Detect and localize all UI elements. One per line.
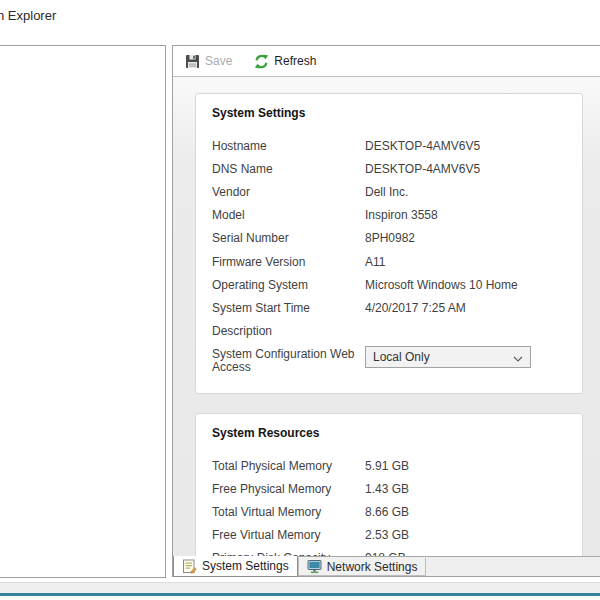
field-value: 8.66 GB: [365, 505, 409, 519]
settings-row: Firmware Version A11: [212, 250, 566, 273]
web-access-dropdown[interactable]: Local Only: [365, 346, 531, 368]
settings-row: Model Inspiron 3558: [212, 204, 566, 227]
network-monitor-icon: [307, 559, 322, 574]
settings-row: Vendor Dell Inc.: [212, 180, 566, 203]
settings-row: Operating System Microsoft Windows 10 Ho…: [212, 273, 566, 296]
tab-network-settings[interactable]: Network Settings: [298, 558, 427, 576]
main-panel: Save Refresh System Settings Hostname: [172, 45, 600, 577]
field-value: 4/20/2017 7:25 AM: [365, 301, 466, 315]
save-button-label: Save: [205, 54, 232, 68]
save-button[interactable]: Save: [181, 51, 236, 72]
dropdown-selected-value: Local Only: [373, 350, 430, 364]
field-label: Free Virtual Memory: [212, 528, 365, 542]
tab-label: System Settings: [202, 559, 289, 573]
field-label: Model: [212, 208, 365, 222]
resource-row: Free Virtual Memory 2.53 GB: [212, 524, 566, 547]
field-value: 5.91 GB: [365, 459, 409, 473]
bottom-tab-strip: System Settings Network Settings: [173, 556, 600, 576]
field-value: 8PH0982: [365, 231, 415, 245]
refresh-button[interactable]: Refresh: [250, 51, 320, 72]
field-label: Description: [212, 324, 365, 338]
field-label: Hostname: [212, 139, 365, 153]
field-label: Total Physical Memory: [212, 459, 365, 473]
group-title: System Settings: [196, 94, 582, 120]
form-icon: [182, 559, 197, 574]
settings-row: Serial Number 8PH0982: [212, 227, 566, 250]
field-value: DESKTOP-4AMV6V5: [365, 162, 480, 176]
system-settings-group: System Settings Hostname DESKTOP-4AMV6V5…: [195, 93, 583, 394]
settings-row: DNS Name DESKTOP-4AMV6V5: [212, 157, 566, 180]
field-label: Vendor: [212, 185, 365, 199]
resource-row: Free Physical Memory 1.43 GB: [212, 477, 566, 500]
field-value: Inspiron 3558: [365, 208, 438, 222]
settings-row: System Start Time 4/20/2017 7:25 AM: [212, 296, 566, 319]
field-label: Total Virtual Memory: [212, 505, 365, 519]
bottom-accent-line: [0, 593, 600, 596]
explorer-tree-panel[interactable]: [0, 45, 166, 578]
group-title: System Resources: [196, 414, 582, 440]
field-value: 2.53 GB: [365, 528, 409, 542]
field-label: Operating System: [212, 278, 365, 292]
field-value: A11: [365, 255, 385, 269]
settings-scroll-area[interactable]: System Settings Hostname DESKTOP-4AMV6V5…: [173, 77, 600, 556]
field-label: Free Physical Memory: [212, 482, 365, 496]
system-resources-group: System Resources Total Physical Memory 5…: [195, 413, 583, 556]
web-access-row: System Configuration Web Access Local On…: [212, 346, 566, 374]
resource-row: Total Virtual Memory 8.66 GB: [212, 500, 566, 523]
field-label: Firmware Version: [212, 255, 365, 269]
settings-row: Hostname DESKTOP-4AMV6V5: [212, 134, 566, 157]
chevron-down-icon: [513, 348, 523, 366]
toolbar: Save Refresh: [173, 46, 600, 77]
resource-row: Primary Disk Capacity 918 GB: [212, 547, 566, 556]
field-label: DNS Name: [212, 162, 365, 176]
field-value: Dell Inc.: [365, 185, 408, 199]
window-title: n Explorer: [0, 8, 56, 23]
bottom-gray-band: [0, 582, 600, 593]
field-value: Microsoft Windows 10 Home: [365, 278, 518, 292]
floppy-disk-icon: [185, 54, 200, 69]
settings-row: Description: [212, 320, 566, 343]
field-label: System Start Time: [212, 301, 365, 315]
field-value: DESKTOP-4AMV6V5: [365, 139, 480, 153]
refresh-button-label: Refresh: [274, 54, 316, 68]
refresh-icon: [254, 54, 269, 69]
tab-system-settings[interactable]: System Settings: [173, 556, 298, 577]
field-value: 1.43 GB: [365, 482, 409, 496]
field-label: System Configuration Web Access: [212, 346, 365, 374]
field-label: Serial Number: [212, 231, 365, 245]
resource-row: Total Physical Memory 5.91 GB: [212, 454, 566, 477]
tab-label: Network Settings: [327, 560, 418, 574]
